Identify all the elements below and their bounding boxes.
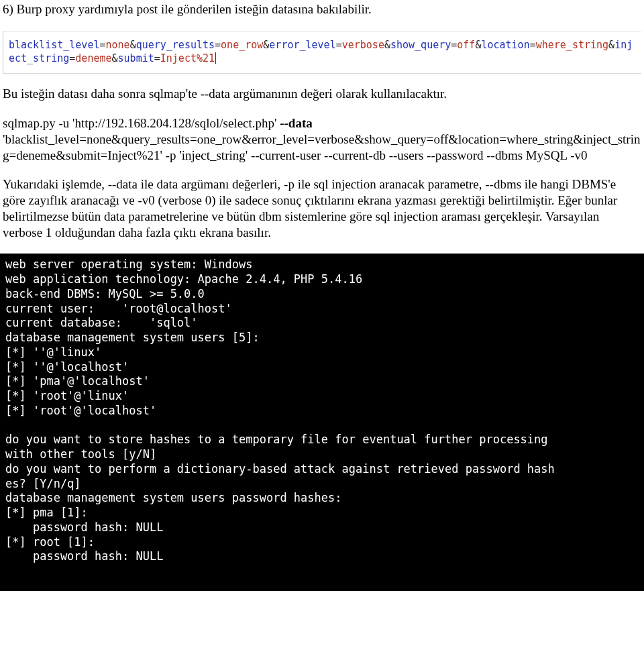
terminal-output: web server operating system: Windows web… (0, 254, 644, 591)
cmd-rest: 'blacklist_level=none&query_results=one_… (3, 132, 640, 162)
burp-equals: = (154, 52, 160, 64)
burp-value: none (106, 39, 130, 51)
burp-value: off (457, 39, 475, 51)
burp-key: error_level (269, 39, 335, 51)
burp-amp: & (112, 52, 118, 64)
burp-value: deneme (75, 52, 111, 64)
burp-equals: = (336, 39, 342, 51)
burp-equals: = (215, 39, 221, 51)
burp-value: where_string (536, 39, 608, 51)
burp-value: verbose (342, 39, 384, 51)
burp-key: show_query (390, 39, 451, 51)
sqlmap-command: sqlmap.py -u 'http://192.168.204.128/sql… (3, 115, 641, 163)
burp-amp: & (263, 39, 269, 51)
step-heading: 6) Burp proxy yardımıyla post ile gönder… (3, 1, 641, 17)
paragraph-intro: Bu isteğin datası daha sonra sqlmap'te -… (3, 86, 641, 102)
burp-equals: = (69, 52, 75, 64)
burp-amp: & (384, 39, 390, 51)
burp-key: submit (118, 52, 154, 64)
burp-equals: = (99, 39, 105, 51)
burp-post-data: blacklist_level=none&query_results=one_r… (3, 31, 641, 74)
text-caret (215, 52, 216, 64)
burp-equals: = (451, 39, 457, 51)
burp-value: Inject%21 (160, 52, 215, 64)
burp-key: query_results (136, 39, 215, 51)
burp-amp: & (130, 39, 136, 51)
paragraph-explain: Yukarıdaki işlemde, --data ile data argü… (3, 176, 641, 240)
burp-amp: & (608, 39, 614, 51)
burp-key: blacklist_level (9, 39, 99, 51)
burp-equals: = (530, 39, 536, 51)
cmd-data-flag: --data (280, 116, 313, 130)
cmd-prefix: sqlmap.py -u 'http://192.168.204.128/sql… (3, 116, 280, 130)
burp-key: location (481, 39, 529, 51)
burp-value: one_row (221, 39, 263, 51)
